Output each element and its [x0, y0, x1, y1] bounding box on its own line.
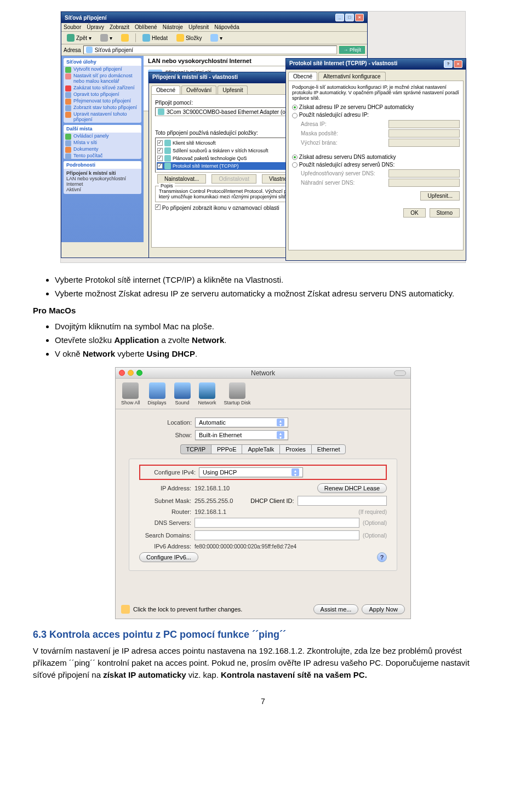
mac-toolbar-toggle[interactable]: [394, 370, 406, 376]
renew-button[interactable]: Renew DHCP Lease: [317, 483, 387, 493]
check-qos[interactable]: [157, 156, 163, 161]
check-show-icon[interactable]: [155, 204, 161, 210]
tab-proxies[interactable]: Proxies: [279, 444, 311, 454]
install-button[interactable]: Nainstalovat...: [157, 174, 206, 184]
arrow-icon: ▲▼: [277, 431, 284, 439]
menu-favorites[interactable]: Oblíbené: [135, 24, 157, 30]
select-location[interactable]: Automatic▲▼: [195, 418, 288, 427]
task-disable[interactable]: Zakázat toto síťové zařízení: [64, 84, 141, 91]
tab-ethernet[interactable]: Ethernet: [311, 444, 346, 454]
place-control-panel[interactable]: Ovládací panely: [64, 133, 141, 139]
tab-general[interactable]: Obecné: [151, 85, 180, 94]
tool-network[interactable]: Network: [198, 382, 216, 405]
tab-ip-alt[interactable]: Alternativní konfigurace: [318, 72, 386, 81]
check-sharing[interactable]: [157, 148, 163, 153]
titlebar-main[interactable]: Síťová připojení _ □ ×: [61, 12, 367, 23]
tab-ip-general[interactable]: Obecné: [288, 72, 317, 81]
task-rename[interactable]: Přejmenovat toto připojení: [64, 98, 141, 104]
ok-button-tcpip[interactable]: OK: [403, 208, 425, 218]
mac-close-button[interactable]: [119, 370, 125, 376]
panel-head-details[interactable]: Podrobnosti: [64, 161, 141, 169]
close-button[interactable]: ×: [355, 14, 364, 21]
search-icon: [142, 34, 150, 42]
apply-button[interactable]: Apply Now: [362, 604, 405, 614]
bullet-mac-2: Otevřete složku Application a zvolte Net…: [55, 334, 493, 346]
label-subnet: Subnet Mask:: [139, 498, 191, 504]
task-repair[interactable]: Opravit toto připojení: [64, 91, 141, 98]
place-network[interactable]: Místa v síti: [64, 139, 141, 146]
mac-titlebar[interactable]: Network: [116, 368, 410, 379]
check-client[interactable]: [157, 140, 163, 146]
back-button[interactable]: Zpět ▾: [65, 33, 94, 42]
adapter-name: 3Com 3C900COMBO-based Ethernet Adapter (…: [167, 109, 302, 115]
menu-help[interactable]: Nápověda: [214, 24, 239, 30]
minimize-button[interactable]: _: [335, 14, 344, 21]
document-body: Vyberte Protokol sítě internet (TCP/IP) …: [33, 274, 493, 359]
dialog-title-properties: Připojení k místní síti - vlastnosti: [152, 74, 238, 82]
address-text: Síťová připojení: [95, 47, 133, 53]
task-settings[interactable]: Upravit nastavení tohoto připojení: [64, 111, 141, 123]
label-ipv6: IPv6 Address:: [139, 543, 191, 550]
tab-tcpip-mac[interactable]: TCP/IP: [180, 444, 211, 454]
assist-button[interactable]: Assist me...: [313, 604, 359, 614]
task-create[interactable]: Vytvořit nové připojení: [64, 66, 141, 72]
input-ip: [388, 120, 460, 128]
go-button[interactable]: → Přejít: [339, 46, 365, 54]
task-home-network[interactable]: Nastavit síť pro domácnost nebo malou ka…: [64, 72, 141, 84]
menu-tools[interactable]: Nástroje: [163, 24, 183, 30]
mac-zoom-button[interactable]: [136, 370, 142, 376]
check-tcpip[interactable]: [157, 163, 163, 169]
tool-showall[interactable]: Show All: [121, 382, 140, 405]
clientid-hint: (If required): [358, 509, 387, 515]
mac-tcpip-panel: Configure IPv4: Using DHCP▲▼ IP Address:…: [129, 459, 397, 571]
tab-advanced[interactable]: Upřesnit: [218, 85, 248, 94]
menu-edit[interactable]: Úpravy: [87, 24, 104, 30]
views-button[interactable]: ▾: [208, 33, 225, 42]
sound-icon: [174, 382, 191, 399]
panel-head-other[interactable]: Další místa: [64, 125, 141, 133]
place-documents[interactable]: Dokumenty: [64, 146, 141, 152]
maximize-button[interactable]: □: [345, 14, 354, 21]
menu-advanced[interactable]: Upřesnit: [188, 24, 209, 30]
tool-sound[interactable]: Sound: [174, 382, 191, 405]
label-configure: Configure IPv4:: [144, 469, 196, 476]
close-button-tcpip[interactable]: ×: [454, 60, 462, 68]
help-icon[interactable]: ?: [377, 552, 387, 562]
uninstall-button[interactable]: Odinstalovat: [211, 174, 256, 184]
up-button[interactable]: [119, 33, 131, 42]
panel-details: Podrobnosti Připojení k místní síti LAN …: [64, 161, 141, 194]
task-status[interactable]: Zobrazit stav tohoto připojení: [64, 104, 141, 111]
lock-icon[interactable]: [121, 605, 130, 614]
input-search[interactable]: [195, 530, 359, 540]
input-dns[interactable]: [195, 518, 359, 528]
menu-view[interactable]: Zobrazit: [110, 24, 129, 30]
tool-startup[interactable]: Startup Disk: [224, 382, 251, 405]
radio-static-ip[interactable]: [292, 113, 298, 118]
advanced-button[interactable]: Upřesnit...: [420, 191, 460, 201]
section-heading: 6.3 Kontrola acces pointu z PC pomocí fu…: [33, 629, 493, 641]
cancel-button-tcpip[interactable]: Storno: [430, 208, 460, 218]
input-clientid[interactable]: [298, 496, 387, 506]
select-configure[interactable]: Using DHCP▲▼: [199, 467, 303, 477]
search-button[interactable]: Hledat: [140, 33, 170, 42]
label-dns-manual: Použít následující adresy serverů DNS:: [299, 162, 395, 168]
mac-minimize-button[interactable]: [128, 370, 134, 376]
help-button-tcpip[interactable]: ?: [444, 60, 453, 68]
tab-appletalk[interactable]: AppleTalk: [242, 444, 279, 454]
titlebar-tcpip[interactable]: Protokol sítě Internet (TCP/IP) - vlastn…: [286, 59, 466, 70]
folders-button[interactable]: Složky: [174, 33, 204, 42]
menu-file[interactable]: Soubor: [64, 24, 81, 30]
radio-dns-auto[interactable]: [292, 155, 298, 160]
tab-pppoe[interactable]: PPPoE: [211, 444, 242, 454]
radio-dns-manual[interactable]: [292, 162, 298, 168]
configure-ipv6-button[interactable]: Configure IPv6...: [139, 552, 198, 562]
place-computer[interactable]: Tento počítač: [64, 152, 141, 159]
tool-displays[interactable]: Displays: [148, 382, 167, 405]
tab-auth[interactable]: Ověřování: [181, 85, 216, 94]
value-ipv6: fe80:0000:0000:0000:020a:95ff:fe8d:72e4: [195, 544, 296, 550]
address-input[interactable]: Síťová připojení: [83, 45, 338, 54]
select-show[interactable]: Built-in Ethernet▲▼: [195, 430, 288, 440]
panel-head-tasks[interactable]: Síťové úlohy: [64, 58, 141, 66]
forward-button[interactable]: ▾: [98, 33, 115, 42]
radio-dhcp-auto[interactable]: [292, 105, 298, 110]
